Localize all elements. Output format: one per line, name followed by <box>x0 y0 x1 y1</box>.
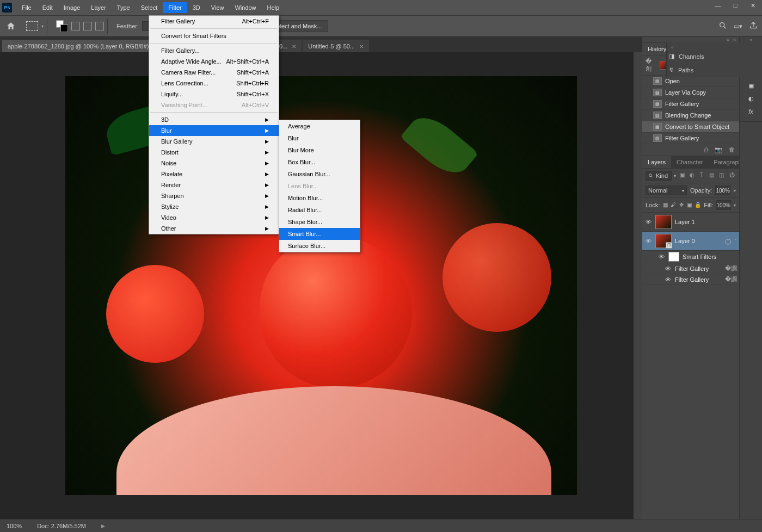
filter-toggle[interactable]: ⏻ <box>728 172 736 180</box>
delete-state-icon[interactable]: 🗑 <box>729 146 735 153</box>
zoom-level[interactable]: 100% <box>7 523 22 529</box>
panel-collapse-handle[interactable]: « « <box>642 37 739 42</box>
share-icon[interactable] <box>749 21 758 31</box>
menu-item[interactable]: Render▶ <box>149 180 279 190</box>
panel-tab-character[interactable]: Character <box>671 156 708 168</box>
blend-mode-select[interactable]: Normal▾ <box>646 185 687 195</box>
menu-type[interactable]: Type <box>112 2 136 13</box>
menu-item[interactable]: Filter GalleryAlt+Ctrl+F <box>149 16 279 27</box>
smart-filter-item[interactable]: 👁 Filter Gallery �譋 <box>642 263 739 274</box>
menu-filter[interactable]: Filter <box>163 2 187 13</box>
menu-item[interactable]: Gaussian Blur... <box>279 168 360 180</box>
history-state[interactable]: ▤Layer Via Copy <box>642 87 739 98</box>
panel-tab-layers[interactable]: Layers <box>642 156 671 168</box>
visibility-toggle[interactable]: 👁 <box>664 276 672 283</box>
lock-artboard-icon[interactable]: ▣ <box>687 202 692 209</box>
menu-item[interactable]: Shape Blur... <box>279 216 360 228</box>
lock-position-icon[interactable]: ✥ <box>679 202 684 209</box>
smart-filter-item[interactable]: 👁 Filter Gallery �譋 <box>642 274 739 285</box>
expand-icon[interactable]: ˄ <box>734 238 737 244</box>
visibility-toggle[interactable]: 👁 <box>644 219 652 225</box>
lock-all-icon[interactable]: 🔒 <box>695 202 701 209</box>
menu-edit[interactable]: Edit <box>37 2 58 13</box>
menu-item[interactable]: Blur▶ <box>149 125 279 136</box>
libraries-icon[interactable]: ▣ <box>740 79 762 92</box>
menu-item[interactable]: Stylize▶ <box>149 201 279 212</box>
layer-name[interactable]: Layer 1 <box>675 219 695 225</box>
history-state[interactable]: ▤Filter Gallery <box>642 133 739 144</box>
filter-adjust-icon[interactable]: ◐ <box>688 172 696 180</box>
layer-name[interactable]: Layer 0 <box>675 238 695 244</box>
close-tab-icon[interactable]: ✕ <box>292 44 296 50</box>
filter-smart-icon[interactable]: ◫ <box>717 172 725 180</box>
menu-window[interactable]: Window <box>229 2 261 13</box>
visibility-toggle[interactable]: 👁 <box>657 253 665 260</box>
filter-blending-icon[interactable]: �譋 <box>725 264 737 273</box>
menu-item[interactable]: Blur <box>279 132 360 144</box>
minimize-button[interactable]: — <box>713 2 723 9</box>
selection-new-icon[interactable] <box>56 20 68 32</box>
menu-item[interactable]: Lens Correction...Shift+Ctrl+R <box>149 78 279 89</box>
menu-view[interactable]: View <box>206 2 230 13</box>
filter-blending-icon[interactable]: �譋 <box>725 275 737 283</box>
menu-item[interactable]: Filter Gallery... <box>149 45 279 56</box>
close-tab-icon[interactable]: ✕ <box>359 44 364 50</box>
selection-intersect-icon[interactable] <box>95 22 104 30</box>
filter-type-icon[interactable]: T <box>698 172 705 180</box>
workspace-icon[interactable]: ▭▾ <box>734 23 742 30</box>
menu-item[interactable]: Video▶ <box>149 212 279 223</box>
strip-collapse-handle-2[interactable]: « <box>667 45 762 50</box>
opacity-input[interactable]: 100% <box>715 185 730 195</box>
lock-image-icon[interactable]: 🖌 <box>671 202 676 209</box>
menu-file[interactable]: File <box>16 2 37 13</box>
channels-panel-button[interactable]: ◨ Channels <box>667 50 762 63</box>
strip-collapse-handle[interactable]: « <box>740 37 762 42</box>
menu-image[interactable]: Image <box>58 2 86 13</box>
menu-item[interactable]: Surface Blur... <box>279 240 360 252</box>
doc-info-arrow[interactable]: ▶ <box>101 523 105 529</box>
menu-item[interactable]: Liquify...Shift+Ctrl+X <box>149 89 279 100</box>
visibility-toggle[interactable]: 👁 <box>664 265 672 272</box>
menu-item[interactable]: Average <box>279 120 360 132</box>
menu-item[interactable]: Other▶ <box>149 223 279 234</box>
snapshot-icon[interactable]: 📷 <box>715 146 722 153</box>
layer-filter-kind[interactable]: Kind <box>646 171 672 181</box>
menu-item[interactable]: Blur More <box>279 144 360 156</box>
search-icon[interactable] <box>718 21 727 31</box>
filter-shape-icon[interactable]: ▤ <box>708 172 715 180</box>
history-state[interactable]: ▤Blending Change <box>642 110 739 121</box>
history-state[interactable]: ▤Convert to Smart Object <box>642 121 739 133</box>
styles-icon[interactable]: fx <box>740 105 762 118</box>
menu-3d[interactable]: 3D <box>187 2 206 13</box>
close-button[interactable]: ✕ <box>748 2 758 9</box>
history-state[interactable]: ▤Filter Gallery <box>642 98 739 110</box>
menu-select[interactable]: Select <box>136 2 163 13</box>
layer-row[interactable]: 👁 Layer 1 <box>642 213 739 232</box>
home-button[interactable] <box>4 20 17 33</box>
selection-add-icon[interactable] <box>71 22 80 30</box>
selection-subtract-icon[interactable] <box>83 22 92 30</box>
document-tab[interactable]: Untitled-5 @ 50...✕ <box>303 40 369 52</box>
lock-transparency-icon[interactable]: ▦ <box>662 202 668 209</box>
menu-item[interactable]: Pixelate▶ <box>149 169 279 180</box>
menu-item[interactable]: Adaptive Wide Angle...Alt+Shift+Ctrl+A <box>149 56 279 67</box>
menu-help[interactable]: Help <box>262 2 285 13</box>
document-tab[interactable]: apple-2788662_1280.jpg @ 100% (Layer 0, … <box>2 40 167 52</box>
create-document-icon[interactable]: ⎙ <box>704 146 708 153</box>
maximize-button[interactable]: □ <box>730 2 740 9</box>
menu-item[interactable]: Convert for Smart Filters <box>149 30 279 41</box>
menu-item[interactable]: Sharpen▶ <box>149 190 279 201</box>
paths-panel-button[interactable]: ↯ Paths <box>667 64 762 76</box>
menu-item[interactable]: Motion Blur... <box>279 192 360 204</box>
layer-row[interactable]: 👁 ◫ Layer 0 ◯ ˄ <box>642 232 739 251</box>
tool-preset[interactable]: ▾ <box>23 18 47 34</box>
menu-item[interactable]: 3D▶ <box>149 114 279 125</box>
menu-item[interactable]: Radial Blur... <box>279 204 360 216</box>
vertical-scrollbar[interactable] <box>634 52 642 519</box>
menu-layer[interactable]: Layer <box>85 2 112 13</box>
doc-info[interactable]: Doc: 2.76M/5.52M <box>37 523 86 529</box>
menu-item[interactable]: Camera Raw Filter...Shift+Ctrl+A <box>149 67 279 78</box>
menu-item[interactable]: Smart Blur... <box>279 228 360 240</box>
adjustments-icon[interactable]: ◐ <box>740 92 762 105</box>
history-state[interactable]: ▤Open <box>642 76 739 87</box>
